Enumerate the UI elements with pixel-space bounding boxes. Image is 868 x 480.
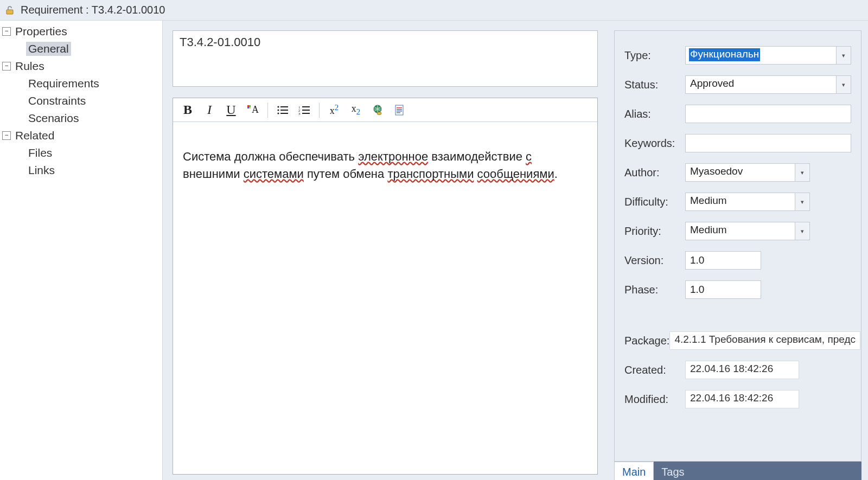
- svg-rect-7: [280, 106, 288, 107]
- field-package: Package: 4.2.1.1 Требования к сервисам, …: [624, 331, 851, 350]
- svg-rect-4: [247, 107, 249, 108]
- title-bar: Requirement : T3.4.2-01.0010: [0, 0, 868, 21]
- field-status: Status: Approved ▾: [624, 75, 851, 94]
- tab-main[interactable]: Main: [614, 462, 654, 480]
- tree-node-constraints[interactable]: Constraints: [0, 92, 162, 110]
- field-author: Author: Myasoedov ▾: [624, 163, 851, 182]
- difficulty-combo[interactable]: Medium: [685, 193, 810, 211]
- field-version: Version:: [624, 251, 851, 270]
- new-document-button[interactable]: [389, 100, 410, 120]
- svg-rect-15: [302, 110, 310, 111]
- svg-point-6: [277, 106, 279, 107]
- created-display: 22.04.16 18:42:26: [685, 361, 799, 379]
- notes-editor: B I U A: [173, 98, 598, 475]
- collapse-icon[interactable]: −: [2, 131, 11, 140]
- tree-node-properties[interactable]: − Properties: [0, 23, 162, 40]
- alias-input[interactable]: [685, 105, 851, 123]
- font-color-button[interactable]: A: [242, 100, 263, 120]
- svg-rect-5: [249, 107, 251, 108]
- field-phase: Phase:: [624, 280, 851, 299]
- svg-text:3: 3: [298, 112, 301, 116]
- tree-node-links[interactable]: Links: [0, 162, 162, 179]
- keywords-input[interactable]: [685, 134, 851, 152]
- underline-button[interactable]: U: [221, 100, 241, 120]
- tree-node-files[interactable]: Files: [0, 144, 162, 162]
- svg-point-8: [277, 109, 279, 111]
- name-input[interactable]: T3.4.2-01.0010: [173, 30, 598, 87]
- bold-button[interactable]: B: [177, 100, 198, 120]
- version-input[interactable]: [685, 251, 761, 270]
- svg-text:A: A: [252, 104, 259, 115]
- status-combo[interactable]: Approved: [685, 75, 851, 94]
- svg-rect-2: [247, 105, 249, 107]
- subscript-button[interactable]: x2: [346, 100, 366, 120]
- hyperlink-button[interactable]: [367, 100, 388, 120]
- svg-rect-11: [280, 113, 288, 114]
- chevron-down-icon[interactable]: ▾: [795, 193, 810, 211]
- tab-tags[interactable]: Tags: [654, 462, 692, 480]
- svg-point-10: [277, 112, 279, 114]
- notes-textarea[interactable]: Система должна обеспечивать электронное …: [173, 122, 597, 474]
- modified-display: 22.04.16 18:42:26: [685, 390, 799, 408]
- nav-tree: − Properties General − Rules Requirement…: [0, 21, 163, 480]
- svg-rect-21: [397, 107, 402, 108]
- svg-rect-20: [395, 105, 403, 115]
- editor-toolbar: B I U A: [173, 98, 597, 122]
- lock-open-icon: [4, 5, 15, 16]
- window-title: Requirement : T3.4.2-01.0010: [21, 4, 165, 16]
- tree-node-rules[interactable]: − Rules: [0, 57, 162, 75]
- chevron-down-icon[interactable]: ▾: [795, 163, 810, 182]
- svg-rect-3: [249, 105, 251, 107]
- phase-input[interactable]: [685, 280, 761, 299]
- svg-rect-9: [280, 110, 288, 111]
- svg-rect-24: [397, 112, 400, 113]
- collapse-icon[interactable]: −: [2, 27, 11, 36]
- svg-rect-23: [397, 111, 402, 112]
- type-combo[interactable]: Функциональн: [685, 46, 851, 65]
- tree-node-requirements[interactable]: Requirements: [0, 75, 162, 92]
- chevron-down-icon[interactable]: ▾: [836, 75, 851, 94]
- svg-point-19: [377, 112, 381, 114]
- field-keywords: Keywords:: [624, 134, 851, 152]
- properties-tabstrip: Main Tags: [614, 462, 861, 480]
- field-created: Created: 22.04.16 18:42:26: [624, 361, 851, 379]
- svg-rect-22: [397, 109, 402, 110]
- number-list-button[interactable]: 1 2 3: [294, 100, 315, 120]
- tree-node-related[interactable]: − Related: [0, 127, 162, 144]
- chevron-down-icon[interactable]: ▾: [795, 222, 810, 240]
- tree-node-scenarios[interactable]: Scenarios: [0, 110, 162, 127]
- field-modified: Modified: 22.04.16 18:42:26: [624, 390, 851, 408]
- superscript-button[interactable]: x2: [324, 100, 344, 120]
- field-alias: Alias:: [624, 105, 851, 123]
- package-display: 4.2.1.1 Требования к сервисам, предс: [669, 331, 860, 350]
- author-combo[interactable]: Myasoedov: [685, 163, 810, 182]
- tree-node-general[interactable]: General: [0, 40, 162, 57]
- priority-combo[interactable]: Medium: [685, 222, 810, 240]
- chevron-down-icon[interactable]: ▾: [836, 46, 851, 65]
- svg-rect-13: [302, 106, 310, 107]
- properties-panel: Type: Функциональн ▾ Status: Approved ▾: [614, 30, 861, 462]
- field-difficulty: Difficulty: Medium ▾: [624, 193, 851, 211]
- svg-rect-0: [7, 10, 13, 14]
- italic-button[interactable]: I: [199, 100, 220, 120]
- bullet-list-button[interactable]: [272, 100, 293, 120]
- svg-rect-17: [302, 113, 310, 114]
- collapse-icon[interactable]: −: [2, 62, 11, 71]
- field-type: Type: Функциональн ▾: [624, 46, 851, 65]
- field-priority: Priority: Medium ▾: [624, 222, 851, 240]
